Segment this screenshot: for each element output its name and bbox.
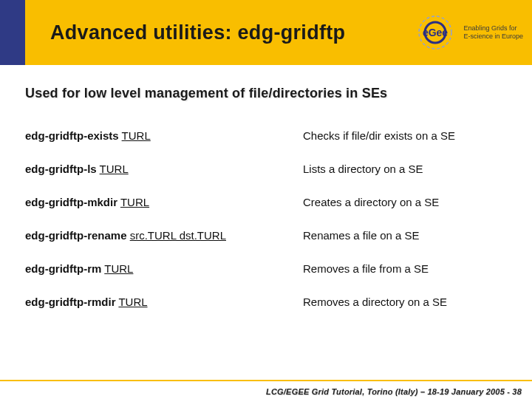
footer-text: LCG/EGEE Grid Tutorial, Torino (Italy) –… [266,387,522,396]
brand-tagline: Enabling Grids for E-science in Europe [463,24,523,41]
table-row: edg-gridftp-rename src.TURL dst.TURL Ren… [25,219,507,252]
command-cell: edg-gridftp-rmdir TURL [25,296,303,308]
description-cell: Renames a file on a SE [303,229,420,242]
svg-text:eGee: eGee [423,27,448,38]
table-row: edg-gridftp-mkdir TURL Creates a directo… [25,185,507,219]
command-cell: edg-gridftp-rm TURL [25,262,303,275]
command-cell: edg-gridftp-rename src.TURL dst.TURL [25,229,303,242]
table-row: edg-gridftp-exists TURL Checks if file/d… [25,119,507,152]
command-cell: edg-gridftp-ls TURL [25,163,303,175]
page-title: Advanced utilities: edg-gridftp [50,21,345,44]
footer-rule [0,380,532,381]
brand-tagline-1: Enabling Grids for [463,24,523,33]
table-row: edg-gridftp-rm TURL Removes a file from … [25,252,507,285]
description-cell: Removes a file from a SE [303,262,429,275]
command-table: edg-gridftp-exists TURL Checks if file/d… [25,119,507,318]
egee-logo-icon: eGee [415,12,456,53]
table-row: edg-gridftp-rmdir TURL Removes a directo… [25,285,507,318]
table-row: edg-gridftp-ls TURL Lists a directory on… [25,152,507,185]
description-cell: Checks if file/dir exists on a SE [303,129,455,142]
description-cell: Removes a directory on a SE [303,296,447,308]
description-cell: Lists a directory on a SE [303,163,423,175]
header-accent-stripe [0,0,25,65]
brand-block: eGee Enabling Grids for E-science in Eur… [415,12,523,53]
brand-tagline-2: E-science in Europe [463,33,523,41]
description-cell: Creates a directory on a SE [303,196,439,208]
lead-text: Used for low level management of file/di… [25,86,507,101]
content-area: Used for low level management of file/di… [0,65,532,318]
command-cell: edg-gridftp-exists TURL [25,129,303,142]
command-cell: edg-gridftp-mkdir TURL [25,196,303,208]
header-bar: Advanced utilities: edg-gridftp eGee Ena… [0,0,532,65]
